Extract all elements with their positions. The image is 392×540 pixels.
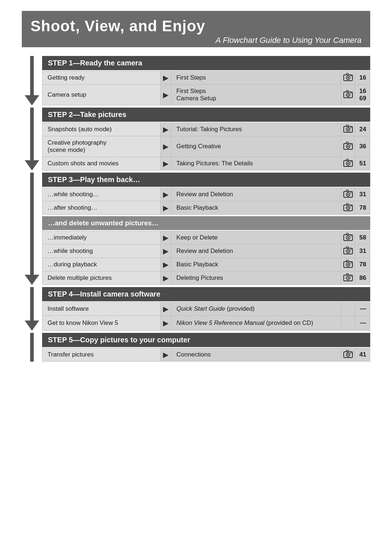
row-icon (341, 245, 355, 258)
row-left-label: Transfer pictures (42, 348, 160, 361)
row-icon (341, 71, 355, 85)
svg-point-17 (347, 146, 349, 147)
row-left-label: …during playback (42, 258, 160, 271)
row-page-number: 78 (355, 258, 370, 271)
row-arrow: ▶ (160, 188, 171, 201)
row-left-label: Delete multiple pictures (42, 271, 160, 285)
table-row: …while shooting…▶Review and Deletion 31 (42, 188, 370, 201)
row-middle-label: Tutorial: Taking Pictures (171, 123, 341, 136)
arrow-column (22, 108, 42, 170)
table-row: Custom shots and movies▶Taking Pictures:… (42, 157, 370, 170)
step-content-step2: STEP 2—Take picturesSnapshots (auto mode… (42, 108, 370, 170)
row-arrow: ▶ (160, 271, 171, 285)
step-block-step2: STEP 2—Take picturesSnapshots (auto mode… (22, 108, 370, 170)
arrow-column (22, 333, 42, 362)
row-middle-label: Basic Playback (171, 201, 341, 215)
row-middle-label: Review and Deletion (171, 188, 341, 201)
row-left-label: …after shooting… (42, 201, 160, 215)
step-block-step1: STEP 1—Ready the cameraGetting ready▶Fir… (22, 56, 370, 105)
row-page-number: 24 (355, 123, 370, 136)
row-page-number: 51 (355, 157, 370, 170)
step-content-step1: STEP 1—Ready the cameraGetting ready▶Fir… (42, 56, 370, 105)
page-subtitle: A Flowchart Guide to Using Your Camera (30, 36, 362, 45)
row-page-number: 86 (355, 271, 370, 285)
svg-rect-43 (346, 247, 348, 248)
row-left-label: Camera setup (42, 85, 160, 105)
svg-rect-28 (346, 190, 348, 192)
row-page-number: 41 (355, 348, 370, 361)
svg-rect-53 (346, 274, 348, 275)
row-left-label: …while shooting… (42, 188, 160, 201)
svg-point-44 (350, 249, 351, 250)
row-middle-label: Keep or Delete (171, 231, 341, 245)
row-middle-label: Nikon View 5 Reference Manual (provided … (171, 316, 341, 331)
row-middle-label: Taking Pictures: The Details (171, 157, 341, 170)
row-middle-label: Connections (171, 348, 341, 361)
row-left-label: Creative photography(scene mode) (42, 136, 160, 157)
row-left-label: …while shooting (42, 245, 160, 258)
row-icon (341, 316, 355, 331)
row-page-number: — (355, 316, 370, 331)
svg-point-12 (347, 129, 349, 130)
row-arrow: ▶ (160, 136, 171, 157)
row-middle-label: Deleting Pictures (171, 271, 341, 285)
step-block-step5: STEP 5—Copy pictures to your computerTra… (22, 333, 370, 362)
table-row: …after shooting…▶Basic Playback 78 (42, 201, 370, 215)
row-icon (341, 271, 355, 285)
row-page-number: 31 (355, 245, 370, 258)
arrow-tip (25, 160, 39, 170)
svg-rect-58 (346, 350, 348, 352)
row-left-label: Install software (42, 302, 160, 316)
svg-point-24 (350, 161, 351, 162)
table-row: Getting ready▶First Steps 16 (42, 71, 370, 85)
svg-rect-3 (346, 73, 348, 75)
row-icon (341, 302, 355, 316)
arrow-tip (25, 321, 39, 331)
table-row: Creative photography(scene mode)▶Getting… (42, 136, 370, 157)
step-header-step2: STEP 2—Take pictures (42, 108, 370, 122)
step-table-step5: Transfer pictures▶Connections 41 (42, 348, 370, 362)
row-page-number: — (355, 302, 370, 316)
step-block-step4: STEP 4—Install camera softwareInstall so… (22, 287, 370, 331)
svg-point-29 (350, 192, 351, 193)
table-row: Get to know Nikon View 5▶Nikon View 5 Re… (42, 316, 370, 331)
table-row: Delete multiple pictures▶Deleting Pictur… (42, 271, 370, 285)
row-page-number: 31 (355, 188, 370, 201)
row-left-label: Getting ready (42, 71, 160, 85)
row-arrow: ▶ (160, 157, 171, 170)
step-content-step5: STEP 5—Copy pictures to your computerTra… (42, 333, 370, 362)
row-arrow: ▶ (160, 71, 171, 85)
row-middle-label: Quick Start Guide (provided) (171, 302, 341, 316)
table-row: …immediately▶Keep or Delete 58 (42, 231, 370, 245)
svg-rect-13 (346, 125, 348, 126)
step-table-step2: Snapshots (auto mode)▶Tutorial: Taking P… (42, 122, 370, 170)
row-icon (341, 258, 355, 271)
svg-point-59 (350, 352, 351, 353)
row-arrow: ▶ (160, 258, 171, 271)
row-page-number: 16 (355, 71, 370, 85)
svg-point-4 (350, 76, 351, 77)
svg-point-14 (350, 127, 351, 128)
step-table-step1: Getting ready▶First Steps 16Camera setup… (42, 71, 370, 105)
row-icon (341, 85, 355, 105)
row-arrow: ▶ (160, 302, 171, 316)
svg-point-37 (347, 237, 349, 238)
svg-point-7 (347, 94, 349, 96)
step-header-step3b: …and delete unwanted pictures… (42, 216, 370, 230)
row-left-label: Snapshots (auto mode) (42, 123, 160, 136)
row-icon (341, 188, 355, 201)
step-block-sub-step3b: …and delete unwanted pictures……immediate… (42, 216, 370, 285)
svg-point-22 (347, 163, 349, 164)
flowchart: STEP 1—Ready the cameraGetting ready▶Fir… (22, 56, 370, 364)
row-icon (341, 231, 355, 245)
svg-rect-18 (346, 142, 348, 144)
table-row: …while shooting▶Review and Deletion 31 (42, 245, 370, 258)
row-middle-label: Review and Deletion (171, 245, 341, 258)
svg-point-52 (347, 277, 349, 279)
row-icon (341, 123, 355, 136)
row-middle-label: Basic Playback (171, 258, 341, 271)
page-container: Shoot, View, and Enjoy A Flowchart Guide… (22, 11, 370, 364)
arrow-tip (25, 95, 39, 105)
step3-outer: STEP 3—Play them back……while shooting…▶R… (22, 173, 370, 285)
svg-point-47 (347, 264, 349, 265)
